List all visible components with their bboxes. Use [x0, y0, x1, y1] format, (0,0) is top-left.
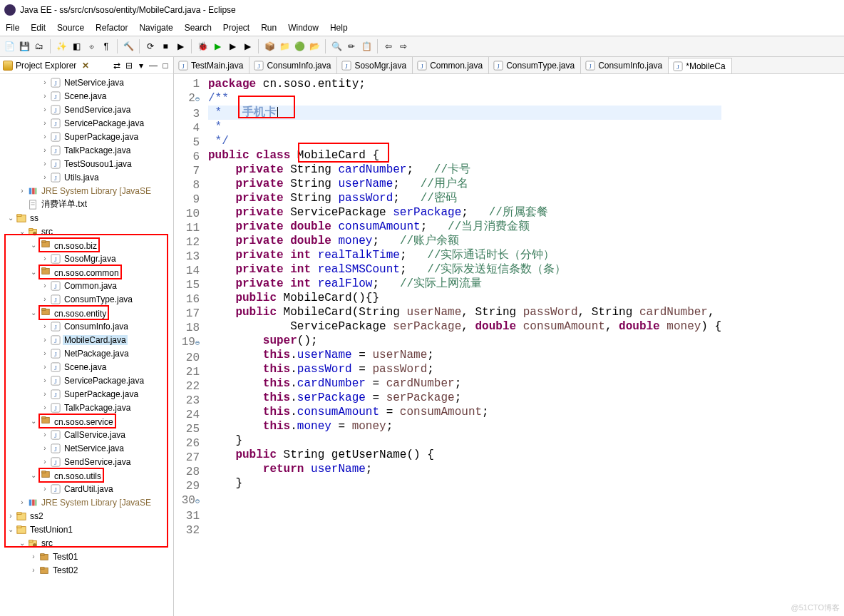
- code-line[interactable]: private ServicePackage serPackage; //所属套…: [208, 205, 721, 220]
- line-number[interactable]: 9: [174, 192, 200, 207]
- expand-arrow-icon[interactable]: ›: [17, 498, 27, 506]
- view-close-icon[interactable]: ✕: [82, 61, 89, 71]
- expand-arrow-icon[interactable]: ›: [40, 431, 50, 438]
- tree-item[interactable]: ›JConsumInfo.java: [0, 319, 173, 333]
- line-number[interactable]: 22: [174, 379, 200, 394]
- tree-item[interactable]: ›JServicePackage.java: [0, 116, 173, 130]
- code-line[interactable]: public class MobileCard {: [208, 148, 721, 163]
- tag-icon[interactable]: ⟐: [85, 40, 98, 53]
- tree-item[interactable]: ›JNetService.java: [0, 441, 173, 455]
- view-menu-icon[interactable]: ▾: [136, 61, 146, 71]
- editor-tab[interactable]: JSosoMgr.java: [337, 57, 413, 74]
- tree-item[interactable]: ›JSosoMgr.java: [0, 252, 173, 265]
- code-line[interactable]: this.passWord = passWord;: [208, 362, 721, 376]
- code-line[interactable]: private double money; //账户余额: [208, 234, 721, 248]
- expand-arrow-icon[interactable]: ›: [40, 404, 50, 411]
- line-number[interactable]: 5: [174, 135, 200, 150]
- tree-item[interactable]: ›JCardUtil.java: [0, 482, 173, 496]
- line-number[interactable]: 15: [174, 278, 200, 292]
- tree-item[interactable]: ⌄cn.soso.biz: [0, 238, 173, 252]
- tree-item[interactable]: ›JTalkPackage.java: [0, 143, 173, 157]
- expand-arrow-icon[interactable]: ⌄: [17, 539, 27, 547]
- expand-arrow-icon[interactable]: ›: [40, 390, 50, 398]
- project-explorer-header[interactable]: Project Explorer ✕ ⇄ ⊟ ▾ — □: [0, 57, 173, 74]
- expand-arrow-icon[interactable]: ›: [40, 349, 50, 357]
- forward-icon[interactable]: ⇨: [397, 40, 410, 53]
- expand-arrow-icon[interactable]: ⌄: [29, 309, 38, 317]
- code-line[interactable]: return userName;: [208, 462, 721, 476]
- reload-icon[interactable]: ⟳: [144, 40, 157, 53]
- coverage-icon[interactable]: ▶: [241, 40, 254, 53]
- new-class-icon[interactable]: 🟢: [293, 40, 306, 53]
- tree-item[interactable]: ⌄cn.soso.utils: [0, 468, 173, 482]
- line-number[interactable]: 11: [174, 221, 200, 235]
- new-proj-icon[interactable]: 📦: [263, 40, 276, 53]
- line-number[interactable]: 24: [174, 408, 200, 422]
- line-number[interactable]: 2⊖: [174, 91, 200, 107]
- minimize-icon[interactable]: —: [148, 61, 158, 71]
- tree-item[interactable]: ›JSuperPackage.java: [0, 130, 173, 143]
- run-icon[interactable]: ▶: [211, 40, 224, 53]
- expand-arrow-icon[interactable]: ›: [40, 133, 50, 140]
- tree-item[interactable]: ›JTalkPackage.java: [0, 401, 173, 414]
- code-line[interactable]: private String userName; //用户名: [208, 177, 721, 191]
- expand-arrow-icon[interactable]: ›: [40, 78, 50, 86]
- code-line[interactable]: private int realSMSCount; //实际发送短信条数（条）: [208, 262, 721, 277]
- line-number[interactable]: 14: [174, 264, 200, 278]
- code-line[interactable]: public MobileCard(){}: [208, 291, 721, 305]
- expand-arrow-icon[interactable]: ›: [40, 458, 50, 466]
- clip-icon[interactable]: 📋: [360, 40, 373, 53]
- tree-item[interactable]: ⌄src: [0, 225, 173, 238]
- tree-item[interactable]: ⌄src: [0, 536, 173, 550]
- tree-item[interactable]: ›JTestSousou1.java: [0, 157, 173, 170]
- line-number[interactable]: 27: [174, 451, 200, 465]
- expand-arrow-icon[interactable]: ›: [40, 173, 50, 181]
- menu-window[interactable]: Window: [288, 23, 319, 33]
- stop-icon[interactable]: ■: [159, 40, 172, 53]
- hammer-icon[interactable]: 🔨: [122, 40, 135, 53]
- expand-arrow-icon[interactable]: ›: [40, 295, 50, 303]
- expand-arrow-icon[interactable]: ›: [40, 444, 50, 452]
- tool-bar[interactable]: 📄 💾 🗂 ✨ ◧ ⟐ ¶ 🔨 ⟳ ■ ▶ 🐞 ▶ ▶ ▶ 📦 📁 🟢 📂 🔍 …: [0, 36, 844, 57]
- line-number[interactable]: 8: [174, 178, 200, 192]
- editor-tab-bar[interactable]: JTestMain.javaJConsumInfo.javaJSosoMgr.j…: [174, 57, 844, 74]
- tree-item[interactable]: ›JServicePackage.java: [0, 374, 173, 387]
- tree-item[interactable]: ›JScene.java: [0, 89, 173, 103]
- expand-arrow-icon[interactable]: ›: [40, 322, 50, 330]
- pi-icon[interactable]: ¶: [100, 40, 113, 53]
- code-line[interactable]: *: [208, 120, 721, 134]
- debug-icon[interactable]: 🐞: [196, 40, 209, 53]
- line-number[interactable]: 6: [174, 150, 200, 164]
- tree-item[interactable]: ›JSendService.java: [0, 103, 173, 116]
- run-config-icon[interactable]: ▶: [226, 40, 239, 53]
- code-line[interactable]: }: [208, 476, 721, 491]
- save-all-icon[interactable]: 🗂: [33, 40, 46, 53]
- code-line[interactable]: this.userName = userName;: [208, 348, 721, 362]
- line-number[interactable]: 20: [174, 351, 200, 365]
- tree-item[interactable]: ›JUtils.java: [0, 170, 173, 184]
- code-line[interactable]: private int realFlow; //实际上网流量: [208, 277, 721, 291]
- line-number[interactable]: 13: [174, 250, 200, 264]
- expand-arrow-icon[interactable]: ›: [40, 485, 50, 493]
- code-line[interactable]: this.consumAmount = consumAmount;: [208, 405, 721, 419]
- menu-bar[interactable]: FileEditSourceRefactorNavigateSearchProj…: [0, 20, 844, 36]
- line-number[interactable]: 10: [174, 207, 200, 221]
- tree-item[interactable]: ⌄cn.soso.entity: [0, 306, 173, 319]
- expand-arrow-icon[interactable]: ⌄: [29, 241, 38, 249]
- editor-tab[interactable]: JTestMain.java: [174, 57, 249, 74]
- menu-search[interactable]: Search: [185, 23, 212, 33]
- code-line[interactable]: this.money = money;: [208, 419, 721, 433]
- expand-arrow-icon[interactable]: ›: [40, 106, 50, 113]
- tree-item[interactable]: ⌄cn.soso.service: [0, 414, 173, 428]
- annotate-icon[interactable]: ✏: [345, 40, 358, 53]
- code-line[interactable]: }: [208, 433, 721, 448]
- line-number[interactable]: 1: [174, 77, 200, 91]
- search-icon[interactable]: 🔍: [330, 40, 343, 53]
- tree-item[interactable]: ›JCommon.java: [0, 279, 173, 292]
- line-number[interactable]: 3: [174, 107, 200, 121]
- menu-refactor[interactable]: Refactor: [96, 23, 128, 33]
- line-number[interactable]: 12: [174, 235, 200, 250]
- editor-tab[interactable]: JConsumInfo.java: [581, 57, 669, 74]
- menu-run[interactable]: Run: [261, 23, 277, 33]
- tree-item[interactable]: ›JNetPackage.java: [0, 346, 173, 360]
